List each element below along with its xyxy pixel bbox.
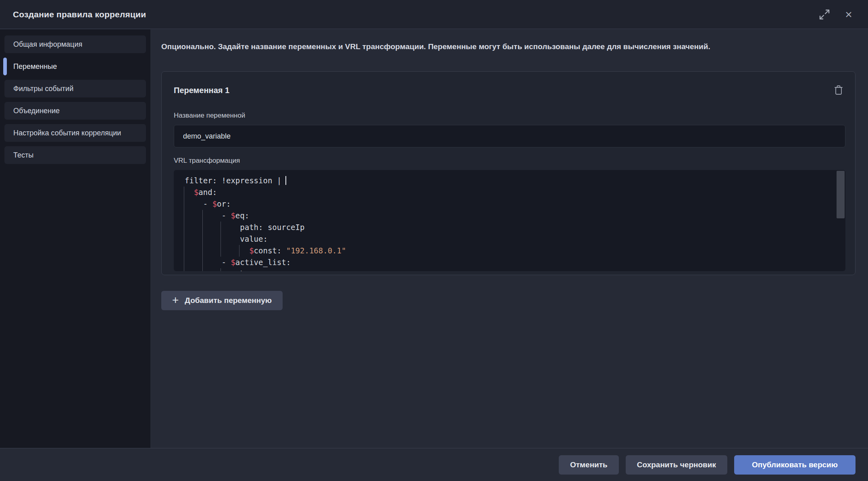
add-variable-button[interactable]: + Добавить переменную (161, 291, 283, 310)
section-description: Опционально. Задайте название переменных… (161, 42, 856, 51)
variable-card: Переменная 1 Название переменной VRL тра… (161, 71, 856, 275)
page-title: Создание правила корреляции (13, 10, 146, 19)
close-icon[interactable]: × (842, 8, 855, 21)
variable-name-input[interactable] (174, 125, 845, 147)
vrl-code-editor[interactable]: filter: !expression | $and: - $or: - $eq… (174, 170, 845, 271)
header-icons: × (818, 8, 855, 21)
sidebar-item-label: Тесты (13, 151, 33, 160)
modal-header: Создание правила корреляции × (0, 0, 868, 29)
variable-name-label: Название переменной (174, 112, 845, 120)
vrl-code: filter: !expression | $and: - $or: - $eq… (174, 170, 845, 271)
sidebar-item-label: Общая информация (13, 40, 82, 49)
footer-bar: Отменить Сохранить черновик Опубликовать… (0, 448, 868, 481)
save-draft-button[interactable]: Сохранить черновик (626, 455, 727, 475)
sidebar-item-label: Настройка события корреляции (13, 129, 121, 137)
editor-scrollbar[interactable] (837, 171, 845, 270)
active-indicator-bar (3, 58, 7, 75)
variable-card-header: Переменная 1 (174, 83, 845, 97)
expand-icon[interactable] (818, 8, 831, 21)
trash-icon (833, 85, 844, 96)
editor-scrollbar-thumb[interactable] (837, 171, 845, 218)
sidebar-item-correlation-event-settings[interactable]: Настройка события корреляции (4, 124, 146, 142)
publish-version-button[interactable]: Опубликовать версию (734, 455, 856, 475)
sidebar-item-variables[interactable]: Переменные (4, 58, 146, 75)
sidebar: Общая информация Переменные Фильтры собы… (0, 29, 150, 448)
sidebar-item-union[interactable]: Объединение (4, 102, 146, 120)
sidebar-item-general-info[interactable]: Общая информация (4, 35, 146, 53)
sidebar-item-event-filters[interactable]: Фильтры событий (4, 80, 146, 97)
cancel-button[interactable]: Отменить (559, 455, 619, 475)
sidebar-item-tests[interactable]: Тесты (4, 146, 146, 164)
delete-variable-button[interactable] (832, 83, 845, 97)
main-content: Опционально. Задайте название переменных… (150, 29, 868, 448)
vrl-transformation-label: VRL трансформация (174, 157, 845, 165)
plus-icon: + (172, 294, 179, 306)
add-variable-label: Добавить переменную (185, 296, 272, 305)
variable-card-title: Переменная 1 (174, 86, 229, 95)
sidebar-item-label: Фильтры событий (13, 85, 73, 93)
sidebar-item-label: Объединение (13, 107, 60, 115)
sidebar-item-label: Переменные (13, 62, 57, 71)
